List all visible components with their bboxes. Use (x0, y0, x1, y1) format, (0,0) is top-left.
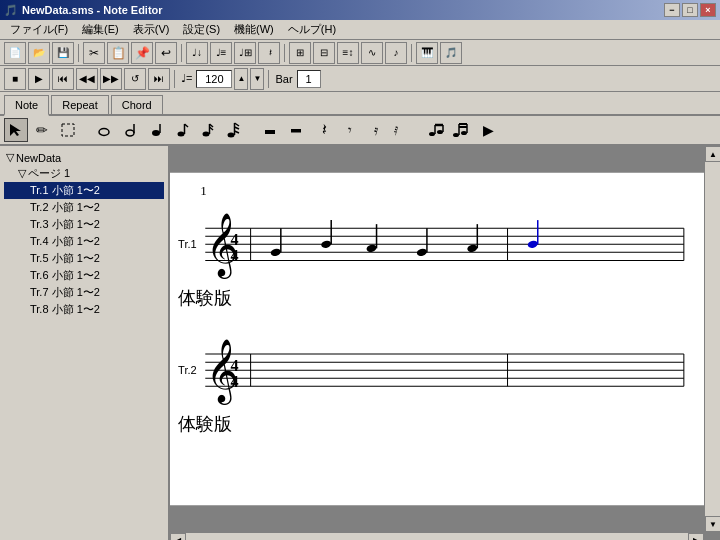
quarter-note-button[interactable] (144, 118, 168, 142)
tree-tr3[interactable]: Tr.3 小節 1〜2 (4, 216, 164, 233)
tree-tr5[interactable]: Tr.5 小節 1〜2 (4, 250, 164, 267)
open-button[interactable]: 📂 (28, 42, 50, 64)
tree-tr2[interactable]: Tr.2 小節 1〜2 (4, 199, 164, 216)
stop-button[interactable]: ■ (4, 68, 26, 90)
scroll-up-button[interactable]: ▲ (705, 146, 720, 162)
horizontal-scrollbar[interactable]: ◀ ▶ (170, 532, 704, 540)
menu-file[interactable]: ファイル(F) (4, 20, 74, 39)
menu-edit[interactable]: 編集(E) (76, 20, 125, 39)
midi-button[interactable]: ♪ (385, 42, 407, 64)
svg-point-23 (429, 132, 435, 136)
track-button[interactable]: ≡↕ (337, 42, 359, 64)
scroll-right-button[interactable]: ▶ (688, 533, 704, 541)
svg-text:Tr.2: Tr.2 (178, 364, 197, 376)
eighth-rest-button[interactable]: 𝄾 (336, 118, 360, 142)
svg-rect-34 (170, 173, 704, 505)
tree-tr4[interactable]: Tr.4 小節 1〜2 (4, 233, 164, 250)
more-button[interactable]: ▶ (476, 118, 500, 142)
sixteenth-rest-button[interactable]: 𝄿 (362, 118, 386, 142)
eighth-note-button[interactable] (170, 118, 194, 142)
whole-note-button[interactable] (92, 118, 116, 142)
measure-button[interactable]: ⊟ (313, 42, 335, 64)
score-area[interactable]: 1 Tr.1 𝄞 4 4 (170, 146, 704, 532)
score-container: ▲ ▼ ◀ ▶ 1 Tr.1 𝄞 (170, 146, 720, 540)
scroll-left-button[interactable]: ◀ (170, 533, 186, 541)
grid-button[interactable]: ⊞ (289, 42, 311, 64)
tree-page1[interactable]: ▽ ページ 1 (4, 165, 164, 182)
svg-point-14 (228, 133, 235, 138)
tree-tr8-label: Tr.8 小節 1〜2 (30, 302, 100, 317)
close-button[interactable]: × (700, 3, 716, 17)
chord-mode-button[interactable]: ♩⊞ (234, 42, 256, 64)
svg-text:4: 4 (230, 247, 238, 264)
maximize-button[interactable]: □ (682, 3, 698, 17)
new-button[interactable]: 📄 (4, 42, 26, 64)
goto-start-button[interactable]: ⏮ (52, 68, 74, 90)
wave-button[interactable]: ∿ (361, 42, 383, 64)
bar-input[interactable] (297, 70, 321, 88)
svg-point-2 (99, 129, 109, 136)
svg-text:4: 4 (230, 231, 238, 248)
scroll-down-button[interactable]: ▼ (705, 516, 720, 532)
piano-button[interactable]: 🎹 (416, 42, 438, 64)
tree-tr7[interactable]: Tr.7 小節 1〜2 (4, 284, 164, 301)
tab-bar: Note Repeat Chord (0, 92, 720, 116)
whole-rest-button[interactable] (258, 118, 282, 142)
quarter-rest-button[interactable]: 𝄽 (310, 118, 334, 142)
multi-beam-button[interactable] (450, 118, 474, 142)
menu-settings[interactable]: 設定(S) (177, 20, 226, 39)
tree-tr6[interactable]: Tr.6 小節 1〜2 (4, 267, 164, 284)
tab-chord[interactable]: Chord (111, 95, 163, 114)
note-toolbar: ✏ 𝄽 𝄾 𝄿 𝅀 ▶ (0, 116, 720, 146)
menu-bar: ファイル(F) 編集(E) 表示(V) 設定(S) 機能(W) ヘルプ(H) (0, 20, 720, 40)
play-button[interactable]: ▶ (28, 68, 50, 90)
svg-point-28 (453, 133, 459, 137)
erase-tool-button[interactable]: ✏ (30, 118, 54, 142)
tree-page-expand-icon: ▽ (18, 167, 26, 180)
title-bar-title: 🎵 NewData.sms - Note Editor (4, 4, 163, 17)
svg-text:𝅀: 𝅀 (394, 126, 399, 136)
select-tool-button[interactable] (4, 118, 28, 142)
thirtysecond-note-button[interactable] (222, 118, 246, 142)
menu-view[interactable]: 表示(V) (127, 20, 176, 39)
tree-root-label: NewData (16, 152, 61, 164)
half-rest-button[interactable] (284, 118, 308, 142)
loop-button[interactable]: ↺ (124, 68, 146, 90)
menu-function[interactable]: 機能(W) (228, 20, 280, 39)
note-input-button[interactable]: ♩↓ (186, 42, 208, 64)
half-note-button[interactable] (118, 118, 142, 142)
svg-point-25 (437, 130, 443, 134)
paste-button[interactable]: 📌 (131, 42, 153, 64)
save-button[interactable]: 💾 (52, 42, 74, 64)
svg-text:4: 4 (230, 357, 238, 374)
rest-mode-button[interactable]: 𝄽 (258, 42, 280, 64)
tempo-input[interactable] (196, 70, 232, 88)
tempo-up-button[interactable]: ▲ (234, 68, 248, 90)
menu-help[interactable]: ヘルプ(H) (282, 20, 342, 39)
svg-point-30 (461, 131, 467, 135)
step-back-button[interactable]: ◀◀ (76, 68, 98, 90)
tree-root[interactable]: ▽ NewData (4, 150, 164, 165)
beam-button[interactable] (424, 118, 448, 142)
lyrics-button[interactable]: 🎵 (440, 42, 462, 64)
box-select-button[interactable] (56, 118, 80, 142)
copy-button[interactable]: 📋 (107, 42, 129, 64)
cut-button[interactable]: ✂ (83, 42, 105, 64)
tempo-label: ♩= (181, 72, 192, 85)
note-mode-button[interactable]: ♩≡ (210, 42, 232, 64)
tab-repeat[interactable]: Repeat (51, 95, 108, 114)
goto-end-button[interactable]: ⏭ (148, 68, 170, 90)
tempo-down-button[interactable]: ▼ (250, 68, 264, 90)
step-forward-button[interactable]: ▶▶ (100, 68, 122, 90)
thirtysecond-rest-button[interactable]: 𝅀 (388, 118, 412, 142)
undo-button[interactable]: ↩ (155, 42, 177, 64)
sixteenth-note-button[interactable] (196, 118, 220, 142)
vertical-scrollbar[interactable]: ▲ ▼ (704, 146, 720, 532)
sep4 (411, 44, 412, 62)
tab-note[interactable]: Note (4, 95, 49, 116)
title-bar-controls: − □ × (664, 3, 716, 17)
tree-tr1[interactable]: Tr.1 小節 1〜2 (4, 182, 164, 199)
minimize-button[interactable]: − (664, 3, 680, 17)
tree-tr8[interactable]: Tr.8 小節 1〜2 (4, 301, 164, 318)
sep2 (181, 44, 182, 62)
